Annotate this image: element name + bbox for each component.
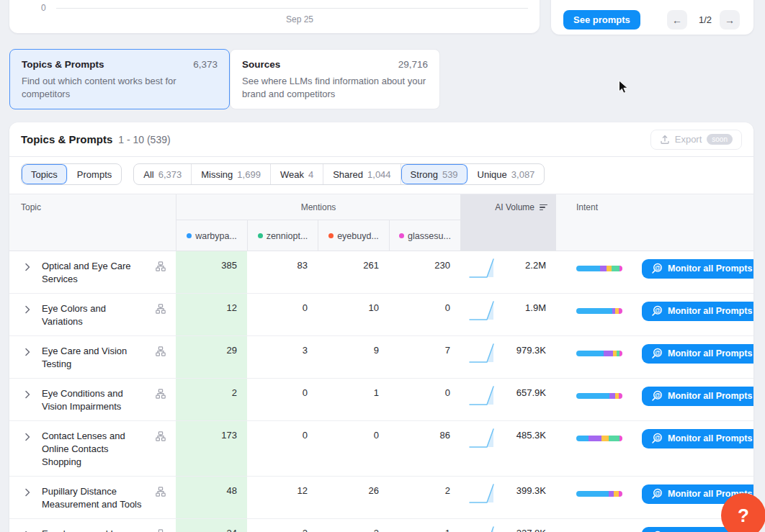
- ai-volume-cell: 979.3K: [460, 336, 556, 378]
- trend-chart-card: 0 Sep 25: [9, 0, 540, 33]
- ai-volume-sparkline: [468, 256, 497, 283]
- monitor-all-prompts-button[interactable]: @Monitor all Prompts: [642, 429, 753, 448]
- intent-cell: @Monitor all Prompts: [556, 294, 753, 323]
- filter-tab-unique[interactable]: Unique3,087: [468, 164, 545, 184]
- expand-chevron-icon[interactable]: [24, 305, 30, 314]
- mention-count-cell: 7: [389, 336, 460, 378]
- ai-volume-value: 399.3K: [516, 485, 546, 496]
- filter-tab-strong[interactable]: Strong539: [401, 164, 468, 184]
- expand-chevron-icon[interactable]: [24, 390, 30, 399]
- ai-volume-cell: 227.8K: [460, 519, 556, 532]
- brand-color-dot: [328, 233, 334, 238]
- intent-segment-pink: [619, 393, 622, 399]
- mention-count-cell: 86: [389, 421, 460, 476]
- x-axis-tick-date: Sep 25: [60, 14, 540, 24]
- monitor-button-label: Monitor all Prompts: [668, 391, 752, 401]
- intent-distribution-bar: [576, 436, 622, 441]
- topic-name[interactable]: Eye Colors and Variations: [42, 302, 147, 328]
- brand-label: zenniopt...: [267, 231, 308, 241]
- topic-hierarchy-icon[interactable]: [156, 261, 166, 271]
- topic-name[interactable]: Pupillary Distance Measurement and Tools: [42, 485, 147, 511]
- topic-hierarchy-icon[interactable]: [156, 389, 166, 399]
- filter-tab-weak[interactable]: Weak4: [271, 164, 323, 184]
- view-tab-prompts[interactable]: Prompts: [68, 164, 121, 184]
- column-header-intent[interactable]: Intent: [556, 194, 753, 220]
- brand-column-header[interactable]: zenniopt...: [247, 220, 318, 251]
- topic-hierarchy-icon[interactable]: [156, 487, 166, 497]
- filter-tab-label: Weak: [280, 169, 304, 180]
- ai-volume-cell: 657.9K: [460, 379, 556, 420]
- ai-volume-value: 1.9M: [525, 302, 546, 313]
- pagination-next-button[interactable]: →: [720, 10, 740, 30]
- ai-volume-value: 657.9K: [516, 387, 546, 398]
- nav-card-sources[interactable]: Sources 29,716 See where LLMs find infor…: [230, 49, 440, 109]
- topic-name[interactable]: Optical and Eye Care Services: [42, 260, 147, 286]
- intent-segment-pink: [619, 308, 622, 314]
- nav-card-title: Topics & Prompts: [22, 59, 104, 70]
- table-row[interactable]: Eye Conditions and Vision Impairments201…: [9, 379, 753, 421]
- table-row[interactable]: Contact Lenses and Online Contacts Shopp…: [9, 421, 753, 477]
- table-row[interactable]: Eye Care and Vision Testing29397979.3K@M…: [9, 336, 753, 379]
- mention-count-cell: 10: [318, 294, 389, 335]
- filter-tab-label: All: [143, 169, 153, 180]
- intent-segment-green: [609, 436, 619, 441]
- column-header-topic[interactable]: Topic: [9, 194, 176, 220]
- topic-name[interactable]: Eye Conditions and Vision Impairments: [42, 387, 147, 413]
- column-header-ai-volume[interactable]: AI Volume: [460, 194, 556, 220]
- monitor-button-label: Monitor all Prompts: [668, 433, 752, 443]
- see-prompts-button[interactable]: See prompts: [563, 10, 640, 30]
- monitor-all-prompts-button[interactable]: @Monitor all Prompts: [642, 259, 753, 279]
- expand-chevron-icon[interactable]: [24, 488, 30, 497]
- topic-cell: Optical and Eye Care Services: [9, 251, 176, 293]
- intent-segment-blue: [576, 393, 609, 399]
- topic-hierarchy-icon[interactable]: [156, 529, 166, 532]
- brand-column-header[interactable]: eyebuyd...: [318, 220, 389, 251]
- table-row[interactable]: Eye Colors and Variations1201001.9M@Moni…: [9, 294, 753, 336]
- table-row[interactable]: Eyeglasses and Lens Repair24231227.8K@Mo…: [9, 519, 753, 532]
- table-row[interactable]: Optical and Eye Care Services38583261230…: [9, 251, 753, 294]
- mention-count-cell: 0: [389, 379, 460, 420]
- filter-tab-count: 4: [308, 169, 313, 180]
- topic-name[interactable]: Contact Lenses and Online Contacts Shopp…: [42, 430, 147, 469]
- brand-column-header[interactable]: warbypa...: [176, 220, 247, 251]
- nav-card-description: See where LLMs find information about yo…: [242, 75, 428, 101]
- monitor-button-label: Monitor all Prompts: [668, 263, 752, 274]
- monitor-all-prompts-button[interactable]: @Monitor all Prompts: [642, 302, 753, 321]
- topic-name[interactable]: Eyeglasses and Lens Repair: [42, 528, 147, 532]
- filter-tab-label: Strong: [411, 169, 438, 180]
- expand-chevron-icon[interactable]: [24, 348, 30, 356]
- sort-descending-icon[interactable]: [540, 204, 547, 211]
- column-header-mentions[interactable]: Mentions: [176, 194, 460, 220]
- view-tab-label: Prompts: [77, 169, 112, 180]
- monitor-all-prompts-button[interactable]: @Monitor all Prompts: [642, 387, 753, 406]
- expand-chevron-icon[interactable]: [24, 263, 30, 271]
- ai-volume-value: 2.2M: [525, 260, 546, 271]
- topic-hierarchy-icon[interactable]: [156, 304, 166, 314]
- mention-count-cell: 0: [247, 294, 318, 335]
- intent-segment-green: [612, 266, 619, 271]
- mention-count-cell: 0: [318, 421, 389, 476]
- view-tab-topics[interactable]: Topics: [22, 164, 68, 184]
- export-button[interactable]: Export soon: [650, 130, 742, 150]
- expand-chevron-icon[interactable]: [24, 433, 30, 441]
- nav-card-topics-prompts[interactable]: Topics & Prompts 6,373 Find out which co…: [9, 49, 230, 109]
- topic-hierarchy-icon[interactable]: [156, 431, 166, 441]
- monitor-all-prompts-button[interactable]: @Monitor all Prompts: [642, 344, 753, 364]
- monitor-search-at-icon: @: [651, 263, 663, 274]
- topic-cell: Contact Lenses and Online Contacts Shopp…: [9, 421, 176, 476]
- intent-segment-yellow: [601, 436, 609, 441]
- brand-column-header[interactable]: glassesu...: [389, 220, 460, 251]
- topic-name[interactable]: Eye Care and Vision Testing: [42, 345, 147, 371]
- topic-hierarchy-icon[interactable]: [156, 346, 166, 356]
- filter-tab-all[interactable]: All6,373: [134, 164, 192, 184]
- question-mark-icon: ?: [738, 505, 749, 527]
- filter-tab-label: Missing: [201, 169, 233, 180]
- help-button[interactable]: ?: [721, 493, 765, 532]
- filter-tab-shared[interactable]: Shared1,044: [323, 164, 401, 184]
- filter-tab-count: 6,373: [158, 169, 182, 180]
- table-row[interactable]: Pupillary Distance Measurement and Tools…: [9, 477, 753, 519]
- pagination-prev-button[interactable]: ←: [667, 10, 687, 30]
- ai-volume-sparkline: [468, 299, 497, 325]
- filter-tab-missing[interactable]: Missing1,699: [192, 164, 271, 184]
- nav-card-count: 6,373: [193, 59, 218, 70]
